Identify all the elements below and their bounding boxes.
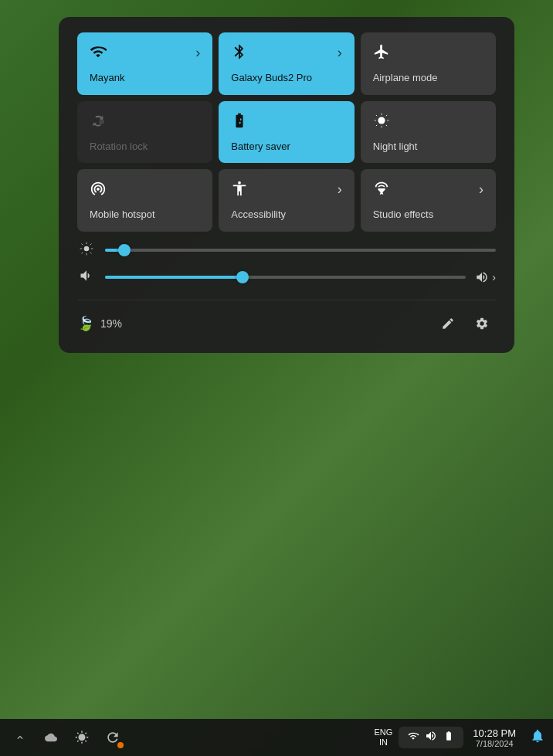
night-light-label: Night light — [373, 141, 418, 153]
taskbar-refresh-icon[interactable] — [99, 724, 127, 751]
tray-battery-icon — [442, 731, 456, 744]
wifi-chevron[interactable] — [195, 45, 200, 61]
svg-line-15 — [90, 252, 92, 253]
bluetooth-label: Galaxy Buds2 Pro — [231, 72, 312, 84]
volume-thumb[interactable] — [236, 271, 249, 283]
notification-bell[interactable] — [525, 728, 550, 748]
brightness-slider[interactable] — [105, 249, 496, 252]
brightness-thumb[interactable] — [118, 244, 131, 256]
sliders-section: › — [77, 241, 496, 287]
volume-slider-row: › — [77, 268, 496, 287]
wifi-label: Mayank — [90, 72, 125, 84]
eng-language[interactable]: ENG IN — [370, 727, 398, 748]
studio-effects-tile[interactable]: Studio effects — [361, 169, 496, 232]
volume-slider[interactable] — [105, 276, 466, 279]
tray-volume-icon — [425, 730, 437, 745]
brightness-slider-row — [77, 241, 496, 260]
night-light-tile[interactable]: Night light — [361, 101, 496, 164]
accessibility-tile[interactable]: Accessibility — [219, 169, 354, 232]
accessibility-chevron[interactable] — [338, 181, 342, 198]
clock-time: 10:28 PM — [473, 727, 516, 739]
quick-settings-panel: Mayank Galaxy Buds2 Pro — [59, 17, 514, 353]
airplane-tile[interactable]: Airplane mode — [361, 32, 496, 95]
taskbar-left — [0, 724, 127, 751]
rotation-tile[interactable]: Rotation lock — [77, 101, 212, 164]
airplane-label: Airplane mode — [373, 72, 438, 84]
volume-icon — [77, 268, 96, 287]
taskbar-chevron[interactable] — [6, 724, 34, 751]
brightness-icon — [77, 241, 96, 260]
studio-effects-chevron[interactable] — [479, 181, 483, 198]
svg-line-18 — [82, 252, 83, 253]
volume-extra[interactable]: › — [475, 270, 496, 284]
night-light-icon — [373, 112, 390, 131]
battery-area: 🍃 19% — [77, 315, 122, 332]
bluetooth-tile[interactable]: Galaxy Buds2 Pro — [219, 32, 354, 95]
wifi-tile[interactable]: Mayank — [77, 32, 212, 95]
svg-line-10 — [385, 114, 386, 115]
taskbar: ENG IN 10:28 PM 7/18/2024 — [0, 719, 553, 756]
svg-point-2 — [378, 117, 385, 124]
edit-button[interactable] — [434, 310, 462, 337]
battery-saver-icon — [231, 112, 248, 131]
svg-line-9 — [376, 124, 377, 125]
rotation-label: Rotation lock — [90, 141, 148, 153]
panel-footer: 🍃 19% — [77, 300, 496, 337]
bluetooth-icon — [231, 43, 248, 63]
tray-wifi-icon — [406, 731, 420, 744]
taskbar-partly-cloudy-icon[interactable] — [68, 724, 96, 751]
hotspot-tile[interactable]: Mobile hotspot — [77, 169, 212, 232]
studio-effects-icon — [373, 180, 390, 199]
svg-line-6 — [385, 124, 386, 125]
rotation-icon — [90, 112, 107, 131]
hotspot-icon — [90, 180, 107, 199]
wifi-icon — [90, 43, 107, 63]
studio-effects-label: Studio effects — [373, 208, 434, 221]
clock[interactable]: 10:28 PM 7/18/2024 — [465, 727, 524, 748]
accessibility-label: Accessibility — [231, 208, 286, 221]
bluetooth-chevron[interactable] — [338, 45, 342, 61]
svg-line-14 — [82, 243, 83, 245]
accessibility-icon — [231, 180, 248, 199]
tiles-grid: Mayank Galaxy Buds2 Pro — [77, 32, 496, 232]
svg-line-19 — [90, 243, 92, 245]
battery-saver-tile[interactable]: Battery saver — [219, 101, 354, 164]
svg-line-1 — [100, 120, 103, 123]
svg-point-11 — [84, 246, 90, 251]
taskbar-cloud-icon[interactable] — [37, 724, 65, 751]
airplane-icon — [373, 43, 390, 63]
hotspot-label: Mobile hotspot — [90, 208, 155, 221]
clock-date: 7/18/2024 — [476, 739, 514, 748]
taskbar-right: ENG IN 10:28 PM 7/18/2024 — [370, 727, 554, 748]
system-tray[interactable] — [399, 727, 463, 748]
settings-button[interactable] — [468, 310, 496, 337]
svg-line-5 — [376, 114, 377, 115]
footer-actions — [434, 310, 496, 337]
battery-percent: 19% — [100, 317, 122, 330]
battery-leaf-icon: 🍃 — [77, 315, 94, 332]
battery-saver-label: Battery saver — [231, 141, 290, 153]
